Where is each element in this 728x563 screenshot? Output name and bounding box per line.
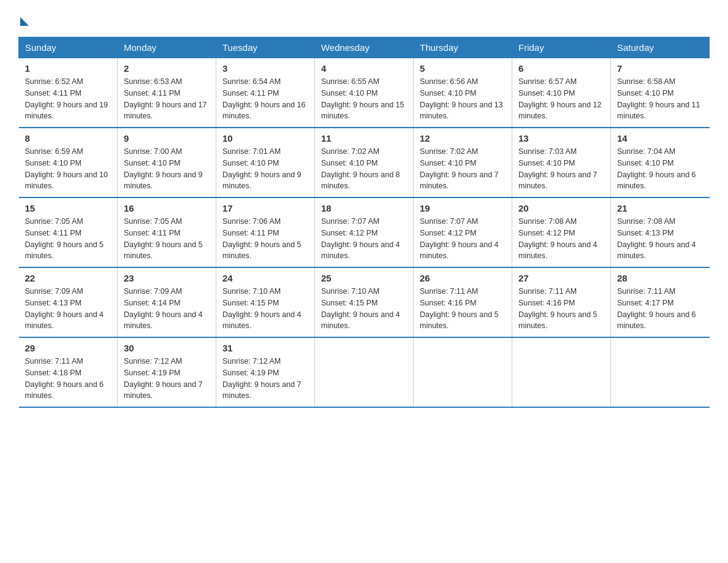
day-number: 23 xyxy=(124,273,210,283)
day-number: 25 xyxy=(321,273,407,283)
day-info: Sunrise: 6:54 AMSunset: 4:11 PMDaylight:… xyxy=(222,77,306,120)
day-info: Sunrise: 7:11 AMSunset: 4:16 PMDaylight:… xyxy=(518,287,597,330)
day-number: 1 xyxy=(25,63,112,74)
calendar-cell: 15Sunrise: 7:05 AMSunset: 4:11 PMDayligh… xyxy=(19,197,118,267)
calendar-header: SundayMondayTuesdayWednesdayThursdayFrid… xyxy=(19,37,710,58)
day-number: 28 xyxy=(617,273,703,283)
calendar-cell: 20Sunrise: 7:08 AMSunset: 4:12 PMDayligh… xyxy=(512,197,611,267)
day-info: Sunrise: 7:07 AMSunset: 4:12 PMDaylight:… xyxy=(321,217,400,260)
calendar-week-row: 15Sunrise: 7:05 AMSunset: 4:11 PMDayligh… xyxy=(19,197,710,267)
page-header xyxy=(18,15,710,25)
day-info: Sunrise: 6:58 AMSunset: 4:10 PMDaylight:… xyxy=(617,77,700,120)
calendar-cell: 30Sunrise: 7:12 AMSunset: 4:19 PMDayligh… xyxy=(118,337,216,407)
day-info: Sunrise: 6:56 AMSunset: 4:10 PMDaylight:… xyxy=(420,77,503,120)
calendar-cell: 13Sunrise: 7:03 AMSunset: 4:10 PMDayligh… xyxy=(512,128,611,197)
day-info: Sunrise: 7:12 AMSunset: 4:19 PMDaylight:… xyxy=(222,357,301,400)
day-info: Sunrise: 7:08 AMSunset: 4:13 PMDaylight:… xyxy=(617,217,696,260)
day-info: Sunrise: 7:11 AMSunset: 4:16 PMDaylight:… xyxy=(420,287,499,330)
day-number: 9 xyxy=(124,133,210,144)
day-number: 29 xyxy=(25,343,112,353)
weekday-header-wednesday: Wednesday xyxy=(315,37,414,58)
day-info: Sunrise: 7:10 AMSunset: 4:15 PMDaylight:… xyxy=(321,287,400,330)
calendar-cell: 22Sunrise: 7:09 AMSunset: 4:13 PMDayligh… xyxy=(19,267,118,337)
calendar-week-row: 22Sunrise: 7:09 AMSunset: 4:13 PMDayligh… xyxy=(19,267,710,337)
calendar-cell: 24Sunrise: 7:10 AMSunset: 4:15 PMDayligh… xyxy=(216,267,315,337)
day-number: 24 xyxy=(222,273,308,283)
day-info: Sunrise: 7:02 AMSunset: 4:10 PMDaylight:… xyxy=(321,147,400,190)
day-info: Sunrise: 7:11 AMSunset: 4:17 PMDaylight:… xyxy=(617,287,696,330)
day-info: Sunrise: 7:06 AMSunset: 4:11 PMDaylight:… xyxy=(222,217,301,260)
day-number: 11 xyxy=(321,133,407,144)
day-number: 7 xyxy=(617,63,703,74)
day-number: 6 xyxy=(518,63,604,74)
day-number: 27 xyxy=(518,273,604,283)
calendar-cell: 11Sunrise: 7:02 AMSunset: 4:10 PMDayligh… xyxy=(315,128,414,197)
day-number: 8 xyxy=(25,133,112,144)
day-number: 3 xyxy=(222,63,308,74)
calendar-table: SundayMondayTuesdayWednesdayThursdayFrid… xyxy=(18,37,710,408)
calendar-cell: 5Sunrise: 6:56 AMSunset: 4:10 PMDaylight… xyxy=(414,58,512,128)
calendar-cell: 19Sunrise: 7:07 AMSunset: 4:12 PMDayligh… xyxy=(414,197,512,267)
day-info: Sunrise: 7:02 AMSunset: 4:10 PMDaylight:… xyxy=(420,147,499,190)
day-info: Sunrise: 7:00 AMSunset: 4:10 PMDaylight:… xyxy=(124,147,203,190)
weekday-header-tuesday: Tuesday xyxy=(216,37,315,58)
day-info: Sunrise: 6:55 AMSunset: 4:10 PMDaylight:… xyxy=(321,77,404,120)
day-info: Sunrise: 7:04 AMSunset: 4:10 PMDaylight:… xyxy=(617,147,696,190)
weekday-header-sunday: Sunday xyxy=(19,37,118,58)
calendar-cell: 1Sunrise: 6:52 AMSunset: 4:11 PMDaylight… xyxy=(19,58,118,128)
weekday-header-monday: Monday xyxy=(118,37,216,58)
weekday-header-friday: Friday xyxy=(512,37,611,58)
day-info: Sunrise: 7:03 AMSunset: 4:10 PMDaylight:… xyxy=(518,147,597,190)
weekday-header-saturday: Saturday xyxy=(611,37,710,58)
calendar-cell: 26Sunrise: 7:11 AMSunset: 4:16 PMDayligh… xyxy=(414,267,512,337)
day-number: 14 xyxy=(617,133,703,144)
day-number: 18 xyxy=(321,203,407,213)
day-number: 26 xyxy=(420,273,506,283)
calendar-cell: 7Sunrise: 6:58 AMSunset: 4:10 PMDaylight… xyxy=(611,58,710,128)
calendar-cell: 21Sunrise: 7:08 AMSunset: 4:13 PMDayligh… xyxy=(611,197,710,267)
calendar-cell: 12Sunrise: 7:02 AMSunset: 4:10 PMDayligh… xyxy=(414,128,512,197)
day-number: 30 xyxy=(124,343,210,353)
calendar-cell: 27Sunrise: 7:11 AMSunset: 4:16 PMDayligh… xyxy=(512,267,611,337)
logo-triangle-icon xyxy=(20,17,29,26)
calendar-cell: 10Sunrise: 7:01 AMSunset: 4:10 PMDayligh… xyxy=(216,128,315,197)
day-info: Sunrise: 7:08 AMSunset: 4:12 PMDaylight:… xyxy=(518,217,597,260)
weekday-header-thursday: Thursday xyxy=(414,37,512,58)
day-info: Sunrise: 7:01 AMSunset: 4:10 PMDaylight:… xyxy=(222,147,301,190)
day-number: 21 xyxy=(617,203,703,213)
logo xyxy=(18,15,29,25)
day-number: 19 xyxy=(420,203,506,213)
calendar-week-row: 8Sunrise: 6:59 AMSunset: 4:10 PMDaylight… xyxy=(19,128,710,197)
calendar-week-row: 29Sunrise: 7:11 AMSunset: 4:18 PMDayligh… xyxy=(19,337,710,407)
calendar-cell xyxy=(512,337,611,407)
day-info: Sunrise: 7:12 AMSunset: 4:19 PMDaylight:… xyxy=(124,357,203,400)
day-info: Sunrise: 6:59 AMSunset: 4:10 PMDaylight:… xyxy=(25,147,108,190)
calendar-cell: 3Sunrise: 6:54 AMSunset: 4:11 PMDaylight… xyxy=(216,58,315,128)
calendar-cell: 9Sunrise: 7:00 AMSunset: 4:10 PMDaylight… xyxy=(118,128,216,197)
day-number: 16 xyxy=(124,203,210,213)
day-number: 12 xyxy=(420,133,506,144)
calendar-cell: 16Sunrise: 7:05 AMSunset: 4:11 PMDayligh… xyxy=(118,197,216,267)
day-number: 4 xyxy=(321,63,407,74)
day-number: 2 xyxy=(124,63,210,74)
day-number: 10 xyxy=(222,133,308,144)
day-info: Sunrise: 7:05 AMSunset: 4:11 PMDaylight:… xyxy=(25,217,104,260)
day-number: 15 xyxy=(25,203,112,213)
calendar-cell: 29Sunrise: 7:11 AMSunset: 4:18 PMDayligh… xyxy=(19,337,118,407)
calendar-cell: 18Sunrise: 7:07 AMSunset: 4:12 PMDayligh… xyxy=(315,197,414,267)
day-number: 5 xyxy=(420,63,506,74)
day-info: Sunrise: 6:57 AMSunset: 4:10 PMDaylight:… xyxy=(518,77,602,120)
calendar-cell xyxy=(315,337,414,407)
day-info: Sunrise: 6:52 AMSunset: 4:11 PMDaylight:… xyxy=(25,77,108,120)
day-number: 13 xyxy=(518,133,604,144)
calendar-cell: 6Sunrise: 6:57 AMSunset: 4:10 PMDaylight… xyxy=(512,58,611,128)
day-info: Sunrise: 6:53 AMSunset: 4:11 PMDaylight:… xyxy=(124,77,207,120)
calendar-cell: 17Sunrise: 7:06 AMSunset: 4:11 PMDayligh… xyxy=(216,197,315,267)
day-info: Sunrise: 7:09 AMSunset: 4:14 PMDaylight:… xyxy=(124,287,203,330)
day-info: Sunrise: 7:10 AMSunset: 4:15 PMDaylight:… xyxy=(222,287,301,330)
calendar-cell: 31Sunrise: 7:12 AMSunset: 4:19 PMDayligh… xyxy=(216,337,315,407)
calendar-cell: 2Sunrise: 6:53 AMSunset: 4:11 PMDaylight… xyxy=(118,58,216,128)
day-number: 22 xyxy=(25,273,112,283)
day-info: Sunrise: 7:09 AMSunset: 4:13 PMDaylight:… xyxy=(25,287,104,330)
calendar-cell: 14Sunrise: 7:04 AMSunset: 4:10 PMDayligh… xyxy=(611,128,710,197)
